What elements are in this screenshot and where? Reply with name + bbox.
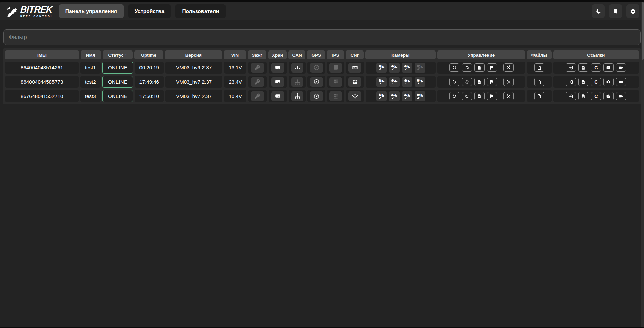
column-header-ips[interactable]: IPS <box>327 50 344 59</box>
ignition-indicator <box>251 77 264 87</box>
column-header-files[interactable]: Файлы <box>527 50 552 59</box>
column-header-gps[interactable]: GPS <box>307 50 325 59</box>
key-icon <box>254 79 261 85</box>
camera-3-button[interactable]: 3 <box>402 63 412 73</box>
column-header-management[interactable]: Управление <box>437 50 525 59</box>
column-header-cameras[interactable]: Камеры <box>365 50 436 59</box>
flag-button[interactable] <box>487 63 497 72</box>
device-doc-button[interactable] <box>578 63 588 72</box>
tools-button[interactable] <box>503 92 514 100</box>
restart-button[interactable] <box>449 78 459 86</box>
file-import-button[interactable] <box>474 92 485 100</box>
sort-arrow-icon: ↑ <box>125 53 127 57</box>
column-label: CAN <box>292 53 302 58</box>
column-header-name[interactable]: Имя <box>81 50 101 59</box>
column-header-status[interactable]: Статус↑ <box>103 50 133 59</box>
camera-1-button[interactable]: 1 <box>376 77 387 87</box>
bitrek-logo[interactable]: BITREK KEEP CONTROL <box>5 4 53 19</box>
camera-4-button[interactable]: 4 <box>415 77 425 87</box>
column-header-links[interactable]: Ссылки <box>553 50 639 59</box>
sync-button[interactable] <box>462 63 472 72</box>
modem4g-icon <box>352 79 358 85</box>
file-import-button[interactable] <box>474 78 485 86</box>
camera-4-button[interactable]: 4 <box>415 63 425 73</box>
tab-bar: Панель управленияУстройстваПользователи <box>59 4 226 18</box>
column-label: Версия <box>185 53 202 58</box>
hdd-icon <box>275 93 281 99</box>
moon-icon <box>596 8 601 14</box>
device-file-button[interactable] <box>534 92 544 100</box>
column-label: GPS <box>312 53 321 58</box>
restart-button[interactable] <box>449 92 459 100</box>
file-import-button[interactable] <box>474 63 485 72</box>
camera-1-button[interactable]: 1 <box>376 63 387 73</box>
theme-toggle-button[interactable] <box>592 4 605 18</box>
video-link-button[interactable] <box>616 92 626 100</box>
c-link-button[interactable]: C <box>591 63 601 72</box>
compass-icon <box>313 64 320 71</box>
camera-2-button[interactable]: 2 <box>389 63 400 73</box>
ethernet-icon <box>352 64 358 71</box>
logo-subtitle: KEEP CONTROL <box>20 15 53 18</box>
ignition-indicator <box>251 91 264 101</box>
camera-3-button[interactable]: 3 <box>402 77 412 87</box>
cell-cameras: 1234 <box>366 76 436 88</box>
settings-button[interactable] <box>626 4 639 18</box>
wifi-icon <box>352 93 358 99</box>
sync-button[interactable] <box>462 78 472 86</box>
tools-button[interactable] <box>503 63 514 72</box>
c-link-button[interactable]: C <box>591 78 601 86</box>
filter-input[interactable] <box>3 29 641 45</box>
camera-2-button[interactable]: 2 <box>389 91 400 101</box>
tab-users[interactable]: Пользователи <box>175 4 226 18</box>
column-header-vin[interactable]: VIN <box>224 50 246 59</box>
ips-indicator <box>329 91 342 101</box>
column-header-uptime[interactable]: Uptime <box>134 50 163 59</box>
device-doc-button[interactable] <box>578 92 588 100</box>
device-file-button[interactable] <box>534 63 544 72</box>
photo-link-button[interactable] <box>603 78 614 86</box>
restart-button[interactable] <box>449 63 459 72</box>
docs-button[interactable] <box>609 4 622 18</box>
tab-dashboard[interactable]: Панель управления <box>59 4 124 18</box>
doc-lines-icon <box>581 80 586 84</box>
camera-4-button[interactable]: 4 <box>415 91 425 101</box>
camera-1-button[interactable]: 1 <box>376 91 387 101</box>
column-header-version[interactable]: Версия <box>165 50 222 59</box>
column-header-storage[interactable]: Хран <box>268 50 287 59</box>
cell-files <box>527 90 551 102</box>
device-row: 867648041552710test3ONLINE17:50:10VM03_h… <box>5 90 639 102</box>
column-header-ignition[interactable]: Зажг <box>248 50 266 59</box>
device-doc-button[interactable] <box>578 78 588 86</box>
file-blank-icon <box>537 94 542 99</box>
column-header-imei[interactable]: IMEI <box>5 50 79 59</box>
photo-link-button[interactable] <box>603 92 614 100</box>
device-row: 864004043514261test1ONLINE00:20:19VM03_h… <box>5 62 639 74</box>
sync-icon <box>465 94 469 99</box>
camera-3-button[interactable]: 3 <box>402 91 412 101</box>
camera-2-button[interactable]: 2 <box>389 77 400 87</box>
storage-indicator <box>271 91 285 101</box>
photo-link-button[interactable] <box>603 63 614 72</box>
can-indicator <box>291 77 303 87</box>
flag-button[interactable] <box>487 92 497 100</box>
sign-in-button[interactable] <box>566 92 576 100</box>
camera-number: 1 <box>380 79 382 83</box>
tools-button[interactable] <box>503 78 514 86</box>
cell-name: test1 <box>80 62 101 74</box>
flag-button[interactable] <box>487 78 497 86</box>
sign-in-icon <box>568 94 573 99</box>
scrollbar-thumb[interactable] <box>642 2 644 60</box>
column-header-signal[interactable]: Сиг <box>346 50 364 59</box>
video-link-button[interactable] <box>616 78 626 86</box>
video-link-button[interactable] <box>616 63 626 72</box>
tab-devices[interactable]: Устройства <box>128 4 171 18</box>
flag-icon <box>490 94 494 99</box>
c-link-button[interactable]: C <box>591 92 601 100</box>
column-header-can[interactable]: CAN <box>288 50 305 59</box>
sign-in-button[interactable] <box>566 63 576 72</box>
sync-button[interactable] <box>462 92 472 100</box>
device-file-button[interactable] <box>534 78 544 86</box>
sign-in-button[interactable] <box>566 78 576 86</box>
scrollbar[interactable] <box>641 2 644 327</box>
